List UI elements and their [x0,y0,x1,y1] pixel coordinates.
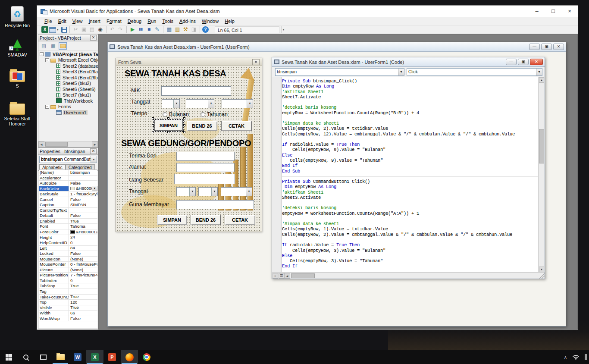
code-vertical-scrollbar[interactable]: ▲ ▼ [538,77,545,272]
desktop-icon-s[interactable]: S [3,71,31,88]
code-line[interactable] [282,100,538,105]
tanggal1-year-combo[interactable]: ▼ [222,99,253,108]
tree-item-vbaproject-sewa-tanah[interactable]: −VBAProject (Sewa Tanah [38,51,98,57]
toolbox-icon[interactable]: ⚒ [182,26,189,33]
menu-help[interactable]: Help [222,18,238,25]
object-selector-combo[interactable]: btnsimpan CommandButton ▼ [39,156,97,163]
object-combo[interactable]: btnsimpan ▼ [275,68,404,76]
tanggal2-day-combo[interactable]: ▼ [176,187,196,196]
radio-tahunan[interactable]: Tahunan [201,111,228,117]
property-row-wordwrap[interactable]: WordWrapFalse [39,316,97,322]
property-row-caption[interactable]: CaptionSIMPAN [39,202,97,208]
property-row-visible[interactable]: VisibleTrue [39,305,97,311]
break-icon[interactable]: ▮▮ [137,26,144,33]
code-line[interactable]: 'aktifkan Sheet1 [282,89,538,94]
property-row-backstyle[interactable]: BackStyle1 - fmBackStyleO [39,191,97,197]
chrome-button[interactable] [138,350,155,364]
task-view-button[interactable] [34,350,52,364]
menu-view[interactable]: View [69,18,86,25]
code-close-button[interactable]: ✕ [530,59,543,65]
cetak-button-2[interactable]: CETAK [225,215,255,225]
code-line[interactable]: Sheet7.Activate [282,94,538,100]
tanggal2-month-combo[interactable]: ▼ [198,187,218,196]
property-row-picture[interactable]: Picture(None) [39,267,97,273]
selection-handle[interactable] [152,124,154,126]
menu-insert[interactable]: Insert [85,18,103,25]
tree-item-sheet5-bku2[interactable]: Sheet5 (bku2) [38,81,98,87]
code-line[interactable]: Private Sub btnsimpan_Click() [282,78,538,84]
properties-window-icon[interactable]: ▥ [174,26,181,33]
bend26-button-1[interactable]: BEND 26 [187,121,217,131]
selection-handle[interactable] [167,117,169,119]
uang-sebesar-input[interactable] [174,174,235,184]
code-line[interactable]: Cells(emptyRow, 1).Value = txtidkar.Valu… [282,226,538,232]
scroll-down-arrow[interactable]: ▼ [539,267,544,272]
view-code-button[interactable]: ▤ [40,42,48,50]
code-line[interactable]: If radiolaki.Value = True Then [282,142,538,147]
code-text[interactable]: Private Sub btnsimpan_Click()Dim emptyRo… [282,78,538,272]
code-line[interactable] [282,174,538,176]
find-icon[interactable]: ◉ [97,26,104,33]
code-line[interactable] [282,237,538,242]
property-row-accelerator[interactable]: Accelerator [39,176,97,181]
run-icon[interactable]: ▶ [129,26,136,33]
selection-handle[interactable] [167,131,169,133]
scroll-up-arrow[interactable]: ▲ [539,77,544,83]
property-row-cancel[interactable]: CancelFalse [39,197,97,203]
expander-icon[interactable]: − [45,105,49,109]
desktop-icon-recycle-bin[interactable]: ♻Recycle Bin [3,6,31,28]
desktop-icon-seleksi-staff-honorer[interactable]: Seleksi Staff Honorer [3,104,31,126]
property-row-helpcontextid[interactable]: HelpContextID0 [39,240,97,246]
code-line[interactable]: Cells(emptyRow, 2).Value = cmbtanggal.Va… [282,232,538,237]
powerpoint-button[interactable]: P [103,350,121,364]
scrollbar-thumb[interactable] [539,129,544,163]
code-line[interactable]: Else [282,153,538,158]
minimize-button[interactable]: – [529,6,545,17]
tree-item-sheet3-bend26a[interactable]: Sheet3 (Bend26a) [38,69,98,75]
tree-item-microsoft-excel-objects[interactable]: −Microsoft Excel Objects [38,57,98,63]
property-row-tabstop[interactable]: TabStopTrue [39,283,97,289]
project-explorer-icon[interactable]: ▦ [166,26,173,33]
radio-bulanan[interactable]: Bulanan [163,111,189,117]
property-row-enabled[interactable]: EnabledTrue [39,219,97,224]
code-line[interactable]: Cells(emptyRow, 2).Value = txtidkar.Valu… [282,126,538,131]
code-line[interactable]: Private Sub CommandButton1_Click() [282,179,538,184]
code-line[interactable] [282,216,538,221]
property-row-takefocusonclick[interactable]: TakeFocusOnClickTrue [39,295,97,300]
wifi-icon[interactable] [572,355,580,360]
code-line[interactable]: Sheet3.Activate [282,195,538,200]
tray-partial-icon[interactable] [585,354,587,360]
property-row-locked[interactable]: LockedFalse [39,251,97,257]
property-row-forecolor[interactable]: ForeColor&H8000012 [39,229,97,235]
procedure-view-button[interactable]: ≡ [273,273,278,279]
property-row-mouseicon[interactable]: MouseIcon(None) [39,257,97,262]
project-panel-close-button[interactable]: ✕ [90,35,97,41]
property-row-default[interactable]: DefaultFalse [39,213,97,219]
selection-handle[interactable] [183,124,185,126]
toolbar-overflow-button[interactable]: ▾ [281,26,285,33]
insert-object-caret[interactable]: ▾ [57,28,60,31]
selection-handle[interactable] [152,131,154,133]
view-excel-icon[interactable]: X [41,26,48,33]
bend26-button-2[interactable]: BEND 26 [191,215,221,225]
code-line[interactable]: emptyRow = WorksheetFunction.CountA(Rang… [282,110,538,116]
search-button[interactable] [17,350,34,364]
save-icon[interactable] [61,27,67,33]
terima-dari-input[interactable] [176,152,235,161]
code-minimize-button[interactable]: — [506,59,517,65]
reset-icon[interactable]: ■ [145,26,153,33]
property-row-left[interactable]: Left84 [39,246,97,251]
code-maximize-button[interactable]: ▣ [518,59,529,65]
code-line[interactable]: End If [282,163,538,168]
property-row-controltiptext[interactable]: ControlTipText [39,208,97,213]
code-line[interactable]: Dim emptyRow As Long [282,184,538,189]
code-line[interactable]: emptyRow = WorksheetFunction.CountA(Rang… [282,211,538,216]
tree-item-sheet4-bend26b[interactable]: Sheet4 (Bend26b) [38,75,98,81]
designer-close-button[interactable]: ✕ [553,44,564,50]
excel-button[interactable]: X [86,350,103,364]
properties-panel-close-button[interactable]: ✕ [90,148,97,154]
menu-file[interactable]: File [41,18,55,25]
property-row-pictureposition[interactable]: PicturePosition7 - fmPicturePos [39,273,97,278]
menu-debug[interactable]: Debug [125,18,144,25]
menu-window[interactable]: Window [199,18,222,25]
